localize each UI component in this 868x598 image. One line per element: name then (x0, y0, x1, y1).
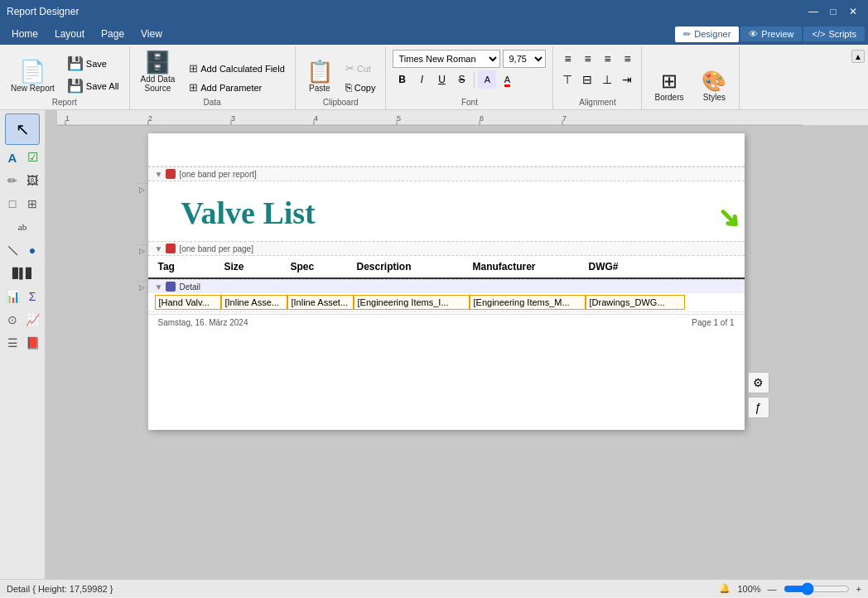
bold-button[interactable]: B (393, 70, 411, 89)
underline-button[interactable]: U (432, 70, 451, 89)
svg-text:3: 3 (231, 114, 235, 123)
close-button[interactable]: ✕ (845, 5, 861, 18)
sigma-tool-button[interactable]: Σ (23, 286, 41, 307)
ribbon-group-data: 🗄️ Add DataSource ⊞ Add Calculated Field… (130, 46, 296, 109)
left-toolbar: ↖ A ☑ ✏ 🖼 □ ⊞ ab | ● ▊▌▊ 📊 (0, 110, 46, 579)
align-left-button[interactable]: ≡ (558, 50, 576, 68)
paste-button[interactable]: 📋 Paste (301, 57, 339, 96)
page-header-band-label: ▼ [one band per page] (148, 241, 745, 256)
text-tool-button[interactable]: A (3, 147, 22, 168)
zoom-plus[interactable]: + (856, 584, 861, 594)
field-size[interactable]: [Inline Asse... (221, 295, 287, 310)
title-bar: Report Designer — □ ✕ (0, 0, 868, 23)
col-header-description: Description (354, 259, 470, 274)
ribbon-group-font: Times New Roman Arial Calibri 9,75 8 10 … (386, 46, 553, 109)
data-fields-row: [Hand Valv... [Inline Asse... [Inline As… (148, 293, 745, 312)
menu-home[interactable]: Home (3, 23, 46, 45)
align-vmid-button[interactable]: ⊟ (578, 70, 596, 89)
save-all-button[interactable]: 💾 Save All (62, 75, 124, 96)
image-tool-button[interactable]: 🖼 (23, 170, 41, 191)
title-bar-controls: — □ ✕ (805, 5, 861, 18)
highlight-button[interactable]: A (478, 70, 496, 89)
zoom-slider[interactable] (784, 582, 850, 596)
right-side-panel: ➜ ⚙ ƒ (745, 133, 773, 430)
canvas-scroll-area[interactable]: 1 2 3 4 5 6 7 ▷ ▷ (46, 110, 868, 579)
select-tool-button[interactable]: ↖ (5, 113, 40, 145)
gauge-tool-button[interactable]: ⊙ (3, 309, 22, 330)
gear-button[interactable]: ⚙ (748, 372, 769, 393)
ribbon-collapse-button[interactable]: ▲ (851, 50, 865, 63)
preview-view-button[interactable]: 👁 Preview (740, 27, 802, 41)
svg-text:7: 7 (562, 114, 567, 123)
align-top-button[interactable]: ⊤ (558, 70, 576, 89)
bottom-margin (148, 330, 745, 430)
designer-view-button[interactable]: ✏ Designer (675, 27, 739, 42)
add-parameter-button[interactable]: ⊞ Add Parameter (184, 79, 290, 96)
col-header-manufacturer: Manufacturer (470, 259, 586, 274)
barcode-tool-button[interactable]: ▊▌▊ (5, 263, 40, 284)
pdf-tool-button[interactable]: 📕 (23, 332, 41, 354)
menu-page[interactable]: Page (93, 23, 133, 45)
circle-tool-button[interactable]: ● (23, 239, 41, 261)
maximize-button[interactable]: □ (825, 5, 841, 18)
list-tool-button[interactable]: ☰ (3, 332, 22, 354)
checkbox-tool-button[interactable]: ☑ (23, 147, 41, 168)
field-tag[interactable]: [Hand Valv... (155, 295, 221, 310)
shape-tool-button[interactable]: □ (3, 193, 22, 215)
font-size-select[interactable]: 9,75 8 10 12 (503, 50, 546, 68)
svg-text:6: 6 (480, 114, 484, 123)
ribbon-group-borders-styles: ⊞ Borders 🎨 Styles (642, 46, 740, 109)
menu-bar: Home Layout Page View ✏ Designer 👁 Previ… (0, 23, 868, 45)
copy-button[interactable]: ⎘ Copy (340, 79, 381, 96)
indent-button[interactable]: ⇥ (618, 70, 636, 89)
alignment-group-label: Alignment (558, 98, 636, 109)
font-family-select[interactable]: Times New Roman Arial Calibri (393, 50, 500, 68)
status-right: 🔔 100% — + (719, 582, 861, 596)
report-title: Valve List (181, 195, 316, 230)
top-margin (148, 133, 745, 166)
italic-button[interactable]: I (412, 70, 431, 89)
col-header-spec: Spec (287, 259, 354, 274)
sparkline-tool-button[interactable]: 📈 (23, 309, 41, 330)
status-bar: Detail { Height: 17,59982 } 🔔 100% — + (0, 579, 868, 597)
font-group-label: Font (393, 98, 546, 109)
scripts-view-button[interactable]: </> Scripts (803, 27, 865, 41)
add-calculated-field-button[interactable]: ⊞ Add Calculated Field (184, 60, 290, 77)
save-button[interactable]: 💾 Save (62, 53, 124, 74)
align-bottom-button[interactable]: ⊥ (598, 70, 616, 89)
strikethrough-button[interactable]: S (452, 70, 470, 89)
chart-tool-button[interactable]: 📊 (3, 286, 22, 307)
font-color-button[interactable]: A (498, 70, 516, 89)
report-header-content: Valve List (148, 181, 745, 241)
align-center-button[interactable]: ≡ (578, 50, 596, 68)
field-description[interactable]: [Engineering Items_I... (354, 295, 470, 310)
add-data-source-button[interactable]: 🗄️ Add DataSource (135, 48, 181, 96)
footer-page: Page 1 of 1 (692, 318, 734, 327)
ruler-top: 1 2 3 4 5 6 7 (57, 110, 868, 125)
zoom-minus[interactable]: — (768, 584, 777, 594)
textblock-tool-button[interactable]: ab (5, 216, 40, 238)
borders-button[interactable]: ⊞ Borders (649, 68, 689, 105)
draw-tool-button[interactable]: ✏ (3, 170, 22, 191)
status-detail: Detail { Height: 17,59982 } (7, 584, 113, 594)
menu-layout[interactable]: Layout (46, 23, 93, 45)
field-manufacturer[interactable]: [Engineering Items_M... (470, 295, 586, 310)
ruler-svg: 1 2 3 4 5 6 7 (57, 110, 868, 125)
detail-band-label: ▼ Detail (148, 279, 745, 293)
view-mode-buttons: ✏ Designer 👁 Preview </> Scripts (675, 23, 865, 45)
title-bar-title: Report Designer (7, 6, 79, 17)
side-markers: ▷ ▷ ▷ (137, 133, 148, 430)
align-justify-button[interactable]: ≡ (618, 50, 636, 68)
field-dwg[interactable]: [Drawings_DWG... (586, 295, 685, 310)
cut-button[interactable]: ✂ Cut (340, 60, 381, 77)
function-button[interactable]: ƒ (748, 397, 769, 418)
align-right-button[interactable]: ≡ (598, 50, 616, 68)
svg-text:4: 4 (314, 114, 318, 123)
main-area: ↖ A ☑ ✏ 🖼 □ ⊞ ab | ● ▊▌▊ 📊 (0, 110, 868, 579)
table-tool-button[interactable]: ⊞ (23, 193, 41, 215)
minimize-button[interactable]: — (805, 5, 822, 18)
field-spec[interactable]: [Inline Asset... (287, 295, 354, 310)
menu-view[interactable]: View (133, 23, 171, 45)
new-report-button[interactable]: 📄 New Report (5, 57, 60, 96)
styles-button[interactable]: 🎨 Styles (696, 68, 732, 105)
